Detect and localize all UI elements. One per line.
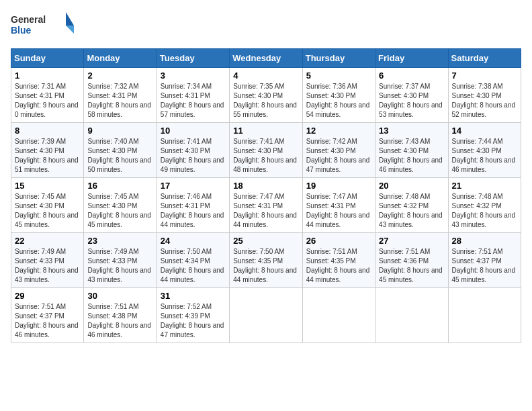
day-number: 13 [379,126,444,136]
day-number: 2 [87,71,152,81]
calendar-day-cell: 24 Sunrise: 7:50 AM Sunset: 4:34 PM Dayl… [157,233,229,288]
day-of-week-header: Sunday [11,49,84,68]
day-number: 9 [87,126,152,136]
day-number: 3 [161,71,226,81]
day-of-week-header: Saturday [448,49,521,68]
day-info: Sunrise: 7:47 AM Sunset: 4:31 PM Dayligh… [233,192,298,230]
day-number: 10 [161,126,226,136]
day-number: 25 [233,236,298,246]
calendar-day-cell [448,288,521,343]
calendar-day-cell: 17 Sunrise: 7:46 AM Sunset: 4:31 PM Dayl… [157,178,229,233]
logo: General Blue [11,11,78,40]
day-info: Sunrise: 7:49 AM Sunset: 4:33 PM Dayligh… [15,247,80,285]
day-info: Sunrise: 7:51 AM Sunset: 4:36 PM Dayligh… [379,247,444,285]
day-info: Sunrise: 7:35 AM Sunset: 4:30 PM Dayligh… [233,82,298,120]
day-number: 23 [87,236,152,246]
calendar-day-cell: 29 Sunrise: 7:51 AM Sunset: 4:37 PM Dayl… [11,288,84,343]
day-of-week-header: Thursday [302,49,375,68]
day-info: Sunrise: 7:39 AM Sunset: 4:30 PM Dayligh… [15,137,80,175]
day-info: Sunrise: 7:41 AM Sunset: 4:30 PM Dayligh… [161,137,226,175]
day-number: 30 [87,291,152,301]
calendar-day-cell: 14 Sunrise: 7:44 AM Sunset: 4:30 PM Dayl… [448,123,521,178]
day-info: Sunrise: 7:50 AM Sunset: 4:35 PM Dayligh… [233,247,298,285]
day-info: Sunrise: 7:51 AM Sunset: 4:37 PM Dayligh… [15,302,80,340]
calendar-day-cell: 5 Sunrise: 7:36 AM Sunset: 4:30 PM Dayli… [302,68,375,123]
day-info: Sunrise: 7:47 AM Sunset: 4:31 PM Dayligh… [306,192,371,230]
day-number: 27 [379,236,444,246]
svg-marker-2 [66,12,74,26]
svg-marker-3 [66,26,74,34]
calendar-day-cell: 30 Sunrise: 7:51 AM Sunset: 4:38 PM Dayl… [84,288,157,343]
logo-svg: General Blue [11,11,78,40]
day-of-week-header: Friday [375,49,448,68]
day-info: Sunrise: 7:51 AM Sunset: 4:37 PM Dayligh… [452,247,517,285]
day-number: 1 [15,71,80,81]
day-info: Sunrise: 7:31 AM Sunset: 4:31 PM Dayligh… [15,82,80,120]
day-info: Sunrise: 7:45 AM Sunset: 4:30 PM Dayligh… [15,192,80,230]
day-info: Sunrise: 7:44 AM Sunset: 4:30 PM Dayligh… [452,137,517,175]
calendar-header-row: SundayMondayTuesdayWednesdayThursdayFrid… [11,49,521,68]
day-info: Sunrise: 7:32 AM Sunset: 4:31 PM Dayligh… [87,82,152,120]
calendar-day-cell: 19 Sunrise: 7:47 AM Sunset: 4:31 PM Dayl… [302,178,375,233]
day-number: 31 [161,291,226,301]
day-info: Sunrise: 7:45 AM Sunset: 4:30 PM Dayligh… [87,192,152,230]
calendar-day-cell: 7 Sunrise: 7:38 AM Sunset: 4:30 PM Dayli… [448,68,521,123]
day-of-week-header: Tuesday [157,49,229,68]
day-number: 7 [452,71,517,81]
calendar-day-cell: 9 Sunrise: 7:40 AM Sunset: 4:30 PM Dayli… [84,123,157,178]
calendar-week-row: 15 Sunrise: 7:45 AM Sunset: 4:30 PM Dayl… [11,178,521,233]
day-info: Sunrise: 7:36 AM Sunset: 4:30 PM Dayligh… [306,82,371,120]
calendar-day-cell: 13 Sunrise: 7:43 AM Sunset: 4:30 PM Dayl… [375,123,448,178]
calendar-day-cell: 16 Sunrise: 7:45 AM Sunset: 4:30 PM Dayl… [84,178,157,233]
day-info: Sunrise: 7:51 AM Sunset: 4:38 PM Dayligh… [87,302,152,340]
day-info: Sunrise: 7:51 AM Sunset: 4:35 PM Dayligh… [306,247,371,285]
day-info: Sunrise: 7:52 AM Sunset: 4:39 PM Dayligh… [161,302,226,340]
calendar-day-cell: 11 Sunrise: 7:41 AM Sunset: 4:30 PM Dayl… [230,123,302,178]
day-number: 19 [306,181,371,191]
day-number: 12 [306,126,371,136]
day-number: 16 [87,181,152,191]
svg-text:General: General [11,14,46,25]
calendar-day-cell: 25 Sunrise: 7:50 AM Sunset: 4:35 PM Dayl… [230,233,302,288]
day-number: 18 [233,181,298,191]
day-info: Sunrise: 7:49 AM Sunset: 4:33 PM Dayligh… [87,247,152,285]
calendar-day-cell: 1 Sunrise: 7:31 AM Sunset: 4:31 PM Dayli… [11,68,84,123]
calendar-day-cell: 15 Sunrise: 7:45 AM Sunset: 4:30 PM Dayl… [11,178,84,233]
calendar-day-cell: 31 Sunrise: 7:52 AM Sunset: 4:39 PM Dayl… [157,288,229,343]
day-number: 26 [306,236,371,246]
page-header: General Blue [11,11,521,40]
day-number: 5 [306,71,371,81]
calendar-day-cell: 26 Sunrise: 7:51 AM Sunset: 4:35 PM Dayl… [302,233,375,288]
calendar-day-cell: 3 Sunrise: 7:34 AM Sunset: 4:31 PM Dayli… [157,68,229,123]
calendar-day-cell: 27 Sunrise: 7:51 AM Sunset: 4:36 PM Dayl… [375,233,448,288]
day-of-week-header: Monday [84,49,157,68]
calendar-day-cell: 21 Sunrise: 7:48 AM Sunset: 4:32 PM Dayl… [448,178,521,233]
day-number: 15 [15,181,80,191]
calendar-table: SundayMondayTuesdayWednesdayThursdayFrid… [11,48,521,343]
calendar-day-cell: 22 Sunrise: 7:49 AM Sunset: 4:33 PM Dayl… [11,233,84,288]
day-info: Sunrise: 7:37 AM Sunset: 4:30 PM Dayligh… [379,82,444,120]
calendar-week-row: 29 Sunrise: 7:51 AM Sunset: 4:37 PM Dayl… [11,288,521,343]
svg-text:Blue: Blue [11,25,32,36]
day-number: 29 [15,291,80,301]
calendar-day-cell: 4 Sunrise: 7:35 AM Sunset: 4:30 PM Dayli… [230,68,302,123]
day-info: Sunrise: 7:40 AM Sunset: 4:30 PM Dayligh… [87,137,152,175]
calendar-day-cell: 20 Sunrise: 7:48 AM Sunset: 4:32 PM Dayl… [375,178,448,233]
day-info: Sunrise: 7:38 AM Sunset: 4:30 PM Dayligh… [452,82,517,120]
calendar-day-cell [375,288,448,343]
day-info: Sunrise: 7:48 AM Sunset: 4:32 PM Dayligh… [452,192,517,230]
day-number: 4 [233,71,298,81]
calendar-day-cell [230,288,302,343]
calendar-week-row: 22 Sunrise: 7:49 AM Sunset: 4:33 PM Dayl… [11,233,521,288]
day-info: Sunrise: 7:46 AM Sunset: 4:31 PM Dayligh… [161,192,226,230]
day-info: Sunrise: 7:43 AM Sunset: 4:30 PM Dayligh… [379,137,444,175]
calendar-day-cell: 23 Sunrise: 7:49 AM Sunset: 4:33 PM Dayl… [84,233,157,288]
day-number: 24 [161,236,226,246]
day-info: Sunrise: 7:48 AM Sunset: 4:32 PM Dayligh… [379,192,444,230]
day-number: 11 [233,126,298,136]
day-info: Sunrise: 7:50 AM Sunset: 4:34 PM Dayligh… [161,247,226,285]
day-number: 28 [452,236,517,246]
day-of-week-header: Wednesday [230,49,302,68]
calendar-week-row: 1 Sunrise: 7:31 AM Sunset: 4:31 PM Dayli… [11,68,521,123]
day-number: 8 [15,126,80,136]
